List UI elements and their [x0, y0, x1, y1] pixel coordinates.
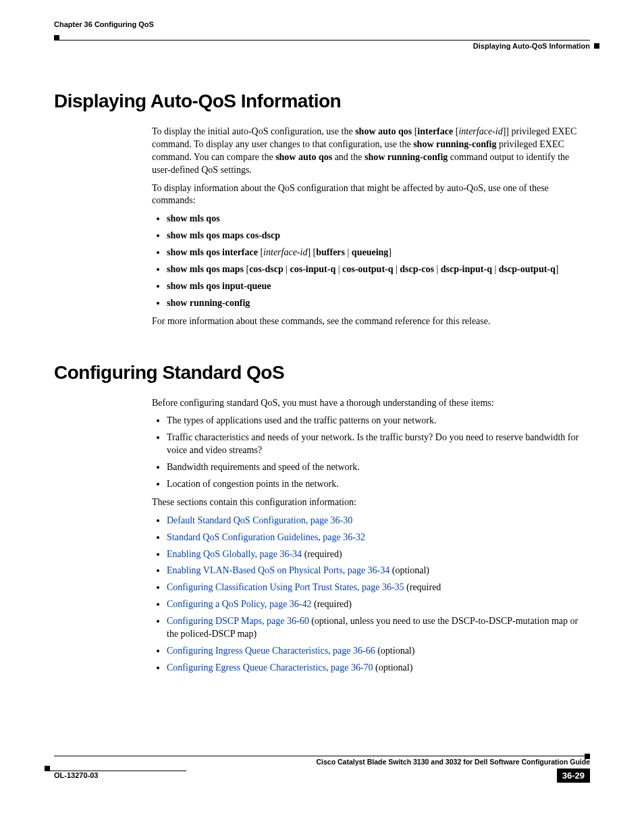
- list-item: Configuring a QoS Policy, page 36-42 (re…: [167, 598, 590, 611]
- xref-link[interactable]: Configuring Ingress Queue Characteristic…: [167, 646, 375, 656]
- list-item: Configuring Ingress Queue Characteristic…: [167, 645, 590, 658]
- arg: interface-id: [458, 126, 502, 136]
- kw: interface: [417, 126, 453, 136]
- cmd: show running-config: [413, 139, 496, 149]
- suffix: (required: [404, 582, 441, 592]
- page-number-badge: 36-29: [557, 768, 590, 783]
- list-item: show mls qos interface [interface-id] [b…: [167, 246, 590, 259]
- paragraph: To display information about the QoS con…: [152, 182, 590, 208]
- chapter-label: Chapter 36 Configuring QoS: [54, 20, 590, 28]
- list-item: Configuring Classification Using Port Tr…: [167, 581, 590, 594]
- cmd: show mls qos interface: [167, 247, 258, 257]
- suffix: (optional): [373, 662, 413, 673]
- list-item: Enabling VLAN-Based QoS on Physical Port…: [167, 565, 590, 577]
- kw: cos-output-q: [342, 264, 393, 274]
- xref-link[interactable]: Configuring Classification Using Port Tr…: [167, 582, 404, 592]
- cmd: show mls qos: [167, 213, 220, 224]
- footer-docnum: OL-13270-03: [54, 771, 98, 779]
- kw: cos-dscp: [249, 264, 284, 274]
- paragraph: To display the initial auto-QoS configur…: [152, 126, 590, 177]
- suffix: (optional): [390, 565, 429, 575]
- prereq-list: The types of applications used and the t…: [152, 415, 590, 490]
- heading-displaying-auto-qos: Displaying Auto-QoS Information: [54, 90, 590, 112]
- kw: dscp-output-q: [499, 264, 556, 274]
- heading-configuring-standard-qos: Configuring Standard QoS: [54, 362, 590, 384]
- list-item: Configuring DSCP Maps, page 36-60 (optio…: [167, 615, 590, 641]
- xref-link[interactable]: Default Standard QoS Configuration, page…: [167, 515, 352, 525]
- cmd: show auto qos: [355, 126, 412, 136]
- list-item: show mls qos: [167, 213, 590, 226]
- xref-list: Default Standard QoS Configuration, page…: [152, 515, 590, 675]
- paragraph: Before configuring standard QoS, you mus…: [152, 397, 590, 410]
- arg: interface-id: [263, 247, 307, 257]
- list-item: Location of congestion points in the net…: [167, 478, 590, 491]
- xref-link[interactable]: Configuring DSCP Maps, page 36-60: [167, 616, 309, 626]
- suffix: (optional): [375, 646, 415, 656]
- xref-link[interactable]: Enabling VLAN-Based QoS on Physical Port…: [167, 565, 390, 575]
- header-rule: [54, 31, 590, 32]
- text: |: [284, 264, 290, 274]
- cmd: show running-config: [365, 152, 448, 162]
- suffix: (required): [312, 599, 352, 609]
- text: [: [258, 247, 263, 257]
- command-list: show mls qos show mls qos maps cos-dscp …: [152, 213, 590, 309]
- text: |: [492, 264, 499, 274]
- paragraph: For more information about these command…: [152, 315, 590, 328]
- cmd: show mls qos input-queue: [167, 281, 271, 291]
- section-label: Displaying Auto-QoS Information: [54, 42, 590, 50]
- list-item: Standard QoS Configuration Guidelines, p…: [167, 531, 590, 544]
- kw: dscp-input-q: [441, 264, 492, 274]
- text: |: [434, 264, 441, 274]
- kw: cos-input-q: [290, 264, 336, 274]
- xref-link[interactable]: Configuring Egress Queue Characteristics…: [167, 662, 373, 673]
- cmd: show auto qos: [275, 152, 332, 162]
- list-item: show mls qos maps [cos-dscp | cos-input-…: [167, 263, 590, 276]
- page-footer: Cisco Catalyst Blade Switch 3130 and 303…: [54, 756, 590, 783]
- list-item: The types of applications used and the t…: [167, 415, 590, 427]
- section-body-2: Before configuring standard QoS, you mus…: [152, 397, 590, 675]
- text: ]: [556, 264, 559, 274]
- page-header: Chapter 36 Configuring QoS Displaying Au…: [54, 20, 590, 50]
- list-item: show mls qos input-queue: [167, 280, 590, 293]
- footer-rule: [54, 756, 590, 756]
- list-item: Configuring Egress Queue Characteristics…: [167, 662, 590, 675]
- paragraph: These sections contain this configuratio…: [152, 496, 590, 509]
- list-item: Bandwidth requirements and speed of the …: [167, 461, 590, 474]
- footer-book-title: Cisco Catalyst Blade Switch 3130 and 303…: [54, 758, 590, 766]
- kw: queueing: [352, 247, 388, 257]
- kw: dscp-cos: [400, 264, 434, 274]
- text: |: [336, 264, 342, 274]
- cmd: show mls qos maps: [167, 264, 244, 274]
- section-body-1: To display the initial auto-QoS configur…: [152, 126, 590, 328]
- page-container: Chapter 36 Configuring QoS Displaying Au…: [0, 0, 644, 810]
- list-item: show mls qos maps cos-dscp: [167, 230, 590, 242]
- text: and the: [332, 152, 365, 162]
- text: To display the initial auto-QoS configur…: [152, 126, 355, 136]
- list-item: Traffic characteristics and needs of you…: [167, 432, 590, 457]
- footer-bottom-row: OL-13270-03 36-29: [54, 768, 590, 783]
- text: [: [244, 264, 249, 274]
- xref-link[interactable]: Enabling QoS Globally, page 36-34: [167, 549, 302, 559]
- xref-link[interactable]: Standard QoS Configuration Guidelines, p…: [167, 532, 365, 542]
- list-item: Default Standard QoS Configuration, page…: [167, 515, 590, 527]
- doc-number: OL-13270-03: [54, 771, 98, 779]
- cmd: show running-config: [167, 298, 250, 308]
- text: ] [: [307, 247, 316, 257]
- suffix: (required): [302, 549, 342, 559]
- list-item: show running-config: [167, 297, 590, 310]
- xref-link[interactable]: Configuring a QoS Policy, page 36-42: [167, 599, 312, 609]
- cmd: show mls qos maps cos-dscp: [167, 230, 280, 240]
- text: ]: [388, 247, 392, 257]
- kw: buffers: [316, 247, 345, 257]
- text: |: [394, 264, 400, 274]
- list-item: Enabling QoS Globally, page 36-34 (requi…: [167, 548, 590, 561]
- text: |: [345, 247, 352, 257]
